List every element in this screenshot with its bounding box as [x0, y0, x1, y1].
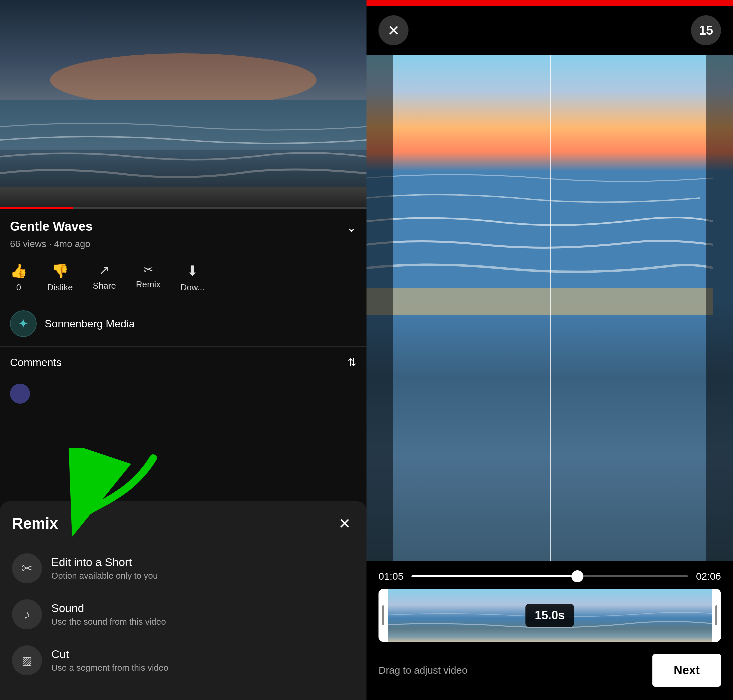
edit-short-title: Edit into a Short	[51, 556, 354, 569]
video-stats: 66 views · 4mo ago	[10, 239, 90, 249]
cut-subtitle: Use a segment from this video	[51, 663, 354, 673]
scissors-icon: ✂	[22, 561, 32, 576]
filmstrip-left-handle[interactable]	[379, 589, 388, 642]
cut-icon-wrap: ▨	[12, 645, 42, 675]
channel-avatar: ✦	[10, 310, 37, 337]
time-end: 02:06	[696, 571, 721, 582]
sound-subtitle: Use the sound from this video	[51, 617, 354, 627]
thumbnail-overlay	[0, 147, 366, 207]
edit-short-text: Edit into a Short Option available only …	[51, 556, 354, 581]
time-start: 01:05	[379, 571, 404, 582]
video-title: Gentle Waves	[10, 219, 93, 234]
remix-sheet-title: Remix	[12, 514, 58, 532]
sound-icon-wrap: ♪	[12, 599, 42, 629]
remix-close-button[interactable]: ✕	[335, 513, 354, 533]
remix-label: Remix	[136, 279, 161, 290]
left-letterbox	[366, 55, 393, 561]
slider-fill	[411, 575, 577, 577]
right-panel: ✕ 15	[366, 0, 733, 700]
filmstrip[interactable]: 15.0s	[379, 589, 721, 642]
share-icon: ↗	[99, 263, 110, 277]
cut-text: Cut Use a segment from this video	[51, 648, 354, 673]
share-label: Share	[93, 281, 116, 291]
comments-label: Comments	[10, 356, 62, 369]
close-editor-button[interactable]: ✕	[379, 15, 408, 45]
channel-row[interactable]: ✦ Sonnenberg Media	[0, 301, 366, 347]
remix-sheet: Remix ✕ ✂ Edit into a Short Option avail…	[0, 501, 366, 700]
like-button[interactable]: 👍 0	[10, 263, 27, 293]
channel-name: Sonnenberg Media	[45, 318, 135, 330]
sort-icon[interactable]: ⇅	[348, 356, 357, 369]
dislike-label: Dislike	[47, 282, 73, 293]
cut-option[interactable]: ▨ Cut Use a segment from this video	[12, 637, 354, 683]
close-icon: ✕	[338, 515, 351, 532]
video-thumbnail	[0, 0, 366, 207]
next-button[interactable]: Next	[652, 654, 721, 687]
sound-title: Sound	[51, 601, 354, 615]
preview-bg	[366, 55, 733, 561]
commenter-avatar	[10, 384, 30, 404]
remix-header: Remix ✕	[12, 513, 354, 533]
share-button[interactable]: ↗ Share	[93, 263, 116, 293]
like-icon: 👍	[10, 263, 27, 279]
progress-fill	[0, 207, 73, 209]
left-handle-bar	[382, 605, 384, 625]
download-label: Dow...	[181, 282, 204, 293]
cut-icon: ▨	[22, 654, 32, 667]
time-slider-row: 01:05 02:06	[379, 561, 721, 589]
video-meta: Gentle Waves ⌄ 66 views · 4mo ago	[0, 209, 366, 257]
timer-badge: 15	[691, 15, 721, 45]
edit-short-icon-wrap: ✂	[12, 553, 42, 583]
video-progress-bar[interactable]	[0, 207, 366, 209]
edit-short-subtitle: Option available only to you	[51, 571, 354, 581]
dislike-icon: 👎	[51, 263, 69, 279]
slider-thumb[interactable]	[571, 570, 583, 582]
edit-short-option[interactable]: ✂ Edit into a Short Option available onl…	[12, 545, 354, 591]
timer-value: 15	[699, 24, 713, 38]
close-editor-icon: ✕	[388, 22, 400, 39]
comment-preview	[0, 378, 366, 409]
right-top-bar: ✕ 15	[366, 6, 733, 55]
right-handle-bar	[715, 605, 717, 625]
shorts-progress-bar	[366, 0, 733, 6]
action-bar: 👍 0 👎 Dislike ↗ Share ✂ Remix ⬇ Dow...	[0, 257, 366, 301]
remix-button[interactable]: ✂ Remix	[136, 263, 161, 293]
duration-badge: 15.0s	[526, 604, 574, 627]
cut-title: Cut	[51, 648, 354, 661]
playhead	[550, 55, 551, 561]
music-icon: ♪	[24, 607, 30, 622]
left-panel: Gentle Waves ⌄ 66 views · 4mo ago 👍 0 👎 …	[0, 0, 366, 700]
bottom-controls: 01:05 02:06	[366, 561, 733, 700]
right-letterbox	[707, 55, 733, 561]
channel-avatar-icon: ✦	[18, 316, 29, 331]
download-button[interactable]: ⬇ Dow...	[181, 263, 204, 293]
like-count: 0	[16, 282, 21, 293]
sound-text: Sound Use the sound from this video	[51, 601, 354, 627]
drag-hint: Drag to adjust video	[379, 665, 467, 676]
chevron-down-icon[interactable]: ⌄	[347, 221, 357, 235]
svg-rect-8	[366, 288, 713, 315]
filmstrip-right-handle[interactable]	[712, 589, 721, 642]
dislike-button[interactable]: 👎 Dislike	[47, 263, 73, 293]
comments-row[interactable]: Comments ⇅	[0, 347, 366, 378]
bottom-action-row: Drag to adjust video Next	[379, 642, 721, 700]
video-preview	[366, 55, 733, 561]
remix-icon: ✂	[144, 263, 153, 276]
playback-slider[interactable]	[411, 575, 688, 577]
download-icon: ⬇	[187, 263, 198, 279]
svg-point-1	[50, 53, 317, 107]
sound-option[interactable]: ♪ Sound Use the sound from this video	[12, 591, 354, 637]
